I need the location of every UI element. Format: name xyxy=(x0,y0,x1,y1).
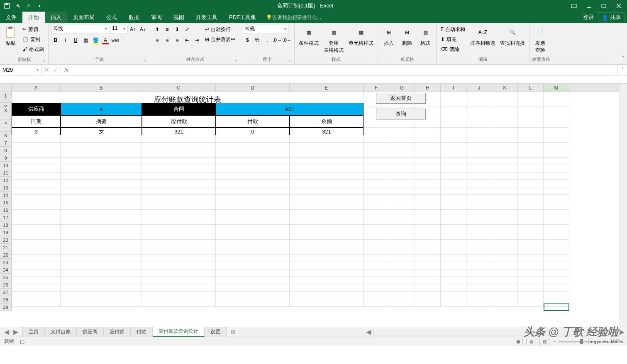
cell[interactable] xyxy=(216,195,290,202)
cell[interactable] xyxy=(415,128,441,135)
cell[interactable] xyxy=(466,180,492,187)
comma-icon[interactable]: , xyxy=(263,36,272,45)
cell[interactable] xyxy=(389,232,415,240)
cell[interactable] xyxy=(492,135,518,143)
cell[interactable] xyxy=(61,165,142,172)
cell[interactable] xyxy=(466,262,492,269)
align-middle-icon[interactable]: ≡ xyxy=(163,25,172,34)
conditional-format-button[interactable]: ▦条件格式 xyxy=(297,25,320,48)
cell[interactable] xyxy=(61,135,142,143)
cell[interactable] xyxy=(492,143,518,150)
cell[interactable] xyxy=(389,217,415,225)
cell[interactable] xyxy=(142,158,216,165)
cell[interactable] xyxy=(415,217,441,225)
cell[interactable] xyxy=(544,232,569,240)
zoom-slider[interactable] xyxy=(559,341,600,342)
row-header-25[interactable]: 25 xyxy=(0,274,11,281)
cell[interactable] xyxy=(216,143,290,150)
cell[interactable] xyxy=(544,143,569,150)
border-button[interactable]: ▦ xyxy=(81,36,90,45)
cell[interactable] xyxy=(216,240,290,247)
cell[interactable] xyxy=(142,150,216,158)
row-header-4[interactable]: 4 xyxy=(0,119,11,132)
cell[interactable] xyxy=(441,217,466,225)
cell[interactable] xyxy=(216,217,290,225)
cell[interactable] xyxy=(364,262,389,269)
launcher-icon[interactable]: ⤡ xyxy=(288,58,292,63)
cell[interactable] xyxy=(415,187,441,195)
cell[interactable] xyxy=(290,217,364,225)
cell[interactable] xyxy=(389,172,415,180)
cell[interactable] xyxy=(492,255,518,262)
copy-button[interactable]: 📋复制 xyxy=(21,35,46,44)
cell[interactable] xyxy=(441,172,466,180)
cell[interactable] xyxy=(441,255,466,262)
cell[interactable] xyxy=(61,172,142,180)
cell[interactable] xyxy=(216,135,290,143)
cell[interactable] xyxy=(415,269,441,277)
cell[interactable] xyxy=(492,269,518,277)
cell[interactable] xyxy=(544,158,569,165)
table-cell[interactable]: 0 xyxy=(216,128,290,135)
cell[interactable] xyxy=(12,158,61,165)
cell[interactable] xyxy=(389,262,415,269)
cell[interactable] xyxy=(216,269,290,277)
cell[interactable] xyxy=(466,255,492,262)
cell[interactable] xyxy=(216,284,290,292)
cell[interactable] xyxy=(544,195,569,202)
cell[interactable] xyxy=(441,292,466,299)
cell[interactable] xyxy=(492,202,518,210)
cell[interactable] xyxy=(61,255,142,262)
orientation-icon[interactable]: ⤢ xyxy=(183,25,192,34)
col-header-K[interactable]: K xyxy=(492,84,518,92)
row-header-23[interactable]: 23 xyxy=(0,259,11,266)
cell[interactable] xyxy=(492,195,518,202)
col-header-L[interactable]: L xyxy=(518,84,544,92)
cell[interactable] xyxy=(441,269,466,277)
cell[interactable] xyxy=(364,180,389,187)
cell[interactable] xyxy=(544,247,569,255)
cell[interactable] xyxy=(290,277,364,284)
cell[interactable] xyxy=(492,172,518,180)
cell[interactable] xyxy=(466,158,492,165)
cell[interactable] xyxy=(290,247,364,255)
row-header-21[interactable]: 21 xyxy=(0,244,11,251)
cell[interactable] xyxy=(544,172,569,180)
cell[interactable] xyxy=(466,225,492,232)
cell[interactable] xyxy=(216,172,290,180)
cell[interactable] xyxy=(441,262,466,269)
col-header-C[interactable]: C xyxy=(142,84,216,92)
cell[interactable] xyxy=(364,232,389,240)
cell[interactable] xyxy=(441,202,466,210)
cell[interactable] xyxy=(441,158,466,165)
sheet-tab[interactable]: 应付款 xyxy=(104,327,131,337)
query-button[interactable]: 查询 xyxy=(376,109,426,119)
increase-decimal-icon[interactable]: .0→ xyxy=(273,36,282,45)
cell[interactable] xyxy=(544,128,569,135)
tab-review[interactable]: 审阅 xyxy=(145,12,168,23)
cancel-icon[interactable]: ✕ xyxy=(44,66,49,74)
table-column-header[interactable]: 余额 xyxy=(290,115,364,128)
cell[interactable] xyxy=(518,262,544,269)
table-header[interactable]: A xyxy=(61,103,142,115)
table-header[interactable]: A01 xyxy=(216,103,364,115)
cell[interactable] xyxy=(466,232,492,240)
row-header-18[interactable]: 18 xyxy=(0,221,11,229)
cell[interactable] xyxy=(216,225,290,232)
row-header-11[interactable]: 11 xyxy=(0,169,11,177)
cell[interactable] xyxy=(364,225,389,232)
format-table-button[interactable]: ▦套用 表格格式 xyxy=(322,25,345,55)
cell[interactable] xyxy=(290,158,364,165)
row-header-9[interactable]: 9 xyxy=(0,154,11,162)
cell[interactable] xyxy=(290,292,364,299)
row-header-6[interactable]: 6 xyxy=(0,132,11,139)
launcher-icon[interactable]: ⤡ xyxy=(144,58,147,63)
cell[interactable] xyxy=(544,217,569,225)
cell[interactable] xyxy=(518,180,544,187)
cell[interactable] xyxy=(518,158,544,165)
cell[interactable] xyxy=(544,277,569,284)
cell[interactable] xyxy=(290,172,364,180)
font-color-button[interactable]: A xyxy=(101,36,110,45)
cell[interactable] xyxy=(216,292,290,299)
cell[interactable] xyxy=(518,284,544,292)
